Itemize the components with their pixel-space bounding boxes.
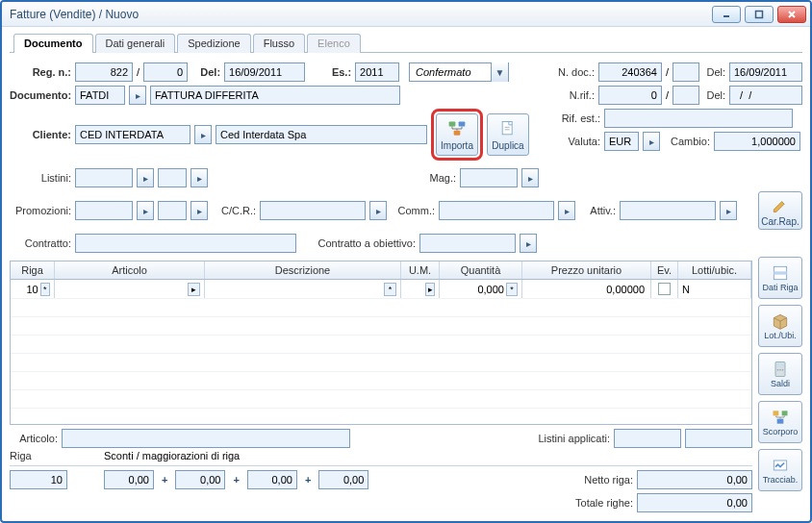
documento-lookup-button[interactable]: ▸ bbox=[129, 86, 146, 105]
cliente-lookup-button[interactable]: ▸ bbox=[194, 125, 212, 144]
svg-rect-13 bbox=[777, 363, 784, 366]
promozioni-field[interactable] bbox=[75, 201, 133, 220]
table-row[interactable]: * ▸ * ▸ * N bbox=[11, 280, 751, 299]
descrizione-lookup-icon[interactable]: * bbox=[384, 283, 396, 296]
n-doc2-field[interactable] bbox=[672, 62, 699, 82]
contratto-obj-lookup-button[interactable]: ▸ bbox=[520, 234, 537, 253]
importa-button[interactable]: Importa bbox=[436, 113, 478, 156]
col-prezzo[interactable]: Prezzo unitario bbox=[522, 262, 651, 279]
col-quantita[interactable]: Quantità bbox=[440, 262, 522, 279]
svg-point-14 bbox=[777, 369, 779, 371]
minimize-button[interactable] bbox=[712, 6, 741, 23]
riga-lookup-icon[interactable]: * bbox=[40, 283, 50, 296]
um-lookup-icon[interactable]: ▸ bbox=[425, 283, 435, 296]
listini-app-1[interactable] bbox=[614, 429, 681, 448]
col-articolo[interactable]: Articolo bbox=[55, 262, 205, 279]
chevron-down-icon: ▼ bbox=[491, 62, 508, 82]
trace-icon bbox=[770, 456, 791, 475]
col-riga[interactable]: Riga bbox=[11, 262, 55, 279]
quantita-lookup-icon[interactable]: * bbox=[506, 283, 518, 296]
tab-dati-generali[interactable]: Dati generali bbox=[95, 34, 176, 53]
ccr-lookup-button[interactable]: ▸ bbox=[369, 201, 387, 220]
del2-field[interactable] bbox=[729, 62, 802, 82]
contratto-field[interactable] bbox=[75, 234, 296, 253]
col-um[interactable]: U.M. bbox=[401, 262, 440, 279]
duplica-button[interactable]: Duplica bbox=[487, 113, 529, 156]
label-listini: Listini: bbox=[10, 172, 71, 184]
sconto-4[interactable] bbox=[318, 470, 368, 489]
footer-riga-field[interactable] bbox=[10, 470, 67, 489]
label-totale-righe: Totale righe: bbox=[556, 497, 633, 509]
svg-rect-1 bbox=[756, 11, 763, 17]
listini-field[interactable] bbox=[75, 168, 133, 187]
cell-descrizione[interactable] bbox=[209, 284, 384, 295]
col-descrizione[interactable]: Descrizione bbox=[205, 262, 401, 279]
valuta-lookup-button[interactable]: ▸ bbox=[643, 132, 660, 151]
listini-extra-lookup-button[interactable]: ▸ bbox=[190, 168, 208, 187]
col-ev[interactable]: Ev. bbox=[651, 262, 678, 279]
cell-riga[interactable] bbox=[14, 284, 40, 295]
ccr-field[interactable] bbox=[260, 201, 366, 220]
stato-select[interactable]: Confermato ▼ bbox=[409, 62, 509, 82]
col-lotti[interactable]: Lotti/ubic. bbox=[678, 262, 751, 279]
n-rif2-field[interactable] bbox=[672, 86, 699, 105]
del3-field[interactable] bbox=[729, 86, 802, 105]
sconto-2[interactable] bbox=[175, 470, 225, 489]
label-promozioni: Promozioni: bbox=[10, 205, 71, 216]
label-footer-riga: Riga bbox=[10, 450, 38, 461]
label-rif-est: Rif. est.: bbox=[550, 112, 600, 124]
cell-prezzo[interactable] bbox=[526, 284, 647, 295]
tab-flusso[interactable]: Flusso bbox=[253, 34, 305, 53]
cell-articolo[interactable] bbox=[59, 284, 188, 295]
reg-n2-field[interactable] bbox=[143, 62, 188, 82]
tab-documento[interactable]: Documento bbox=[13, 34, 93, 53]
documento-code-field[interactable] bbox=[75, 86, 125, 105]
close-button[interactable] bbox=[777, 6, 806, 23]
contratto-obj-field[interactable] bbox=[419, 234, 516, 253]
n-doc-field[interactable] bbox=[598, 62, 662, 82]
attiv-field[interactable] bbox=[620, 201, 716, 220]
lot-ubi-button[interactable]: Lot./Ubi. bbox=[758, 305, 802, 347]
articolo-lookup-icon[interactable]: ▸ bbox=[188, 283, 200, 296]
documento-desc-field[interactable] bbox=[150, 86, 400, 105]
cliente-desc-field[interactable] bbox=[216, 125, 427, 144]
listini-lookup-button[interactable]: ▸ bbox=[137, 168, 154, 187]
mag-field[interactable] bbox=[460, 168, 518, 187]
comm-lookup-button[interactable]: ▸ bbox=[558, 201, 575, 220]
valuta-field[interactable] bbox=[604, 132, 639, 151]
cliente-code-field[interactable] bbox=[75, 125, 190, 144]
dati-riga-button[interactable]: Dati Riga bbox=[758, 257, 802, 299]
listini-extra-field[interactable] bbox=[158, 168, 187, 187]
mag-lookup-button[interactable]: ▸ bbox=[521, 168, 539, 187]
tab-spedizione[interactable]: Spedizione bbox=[177, 34, 250, 53]
promozioni-lookup-button[interactable]: ▸ bbox=[137, 201, 154, 220]
cell-um[interactable] bbox=[405, 284, 425, 295]
es-field[interactable] bbox=[355, 62, 399, 82]
del-field[interactable] bbox=[224, 62, 305, 82]
attiv-lookup-button[interactable]: ▸ bbox=[720, 201, 737, 220]
cell-ev-checkbox[interactable] bbox=[658, 283, 671, 295]
sconto-1[interactable] bbox=[104, 470, 154, 489]
tab-elenco[interactable]: Elenco bbox=[307, 34, 361, 53]
cambio-field[interactable] bbox=[714, 132, 800, 151]
articolo-footer-field[interactable] bbox=[62, 429, 350, 448]
totale-righe-field bbox=[637, 493, 752, 512]
listini-app-2[interactable] bbox=[685, 429, 752, 448]
maximize-button[interactable] bbox=[745, 6, 774, 23]
svg-rect-20 bbox=[774, 461, 786, 470]
car-rap-button[interactable]: Car.Rap. bbox=[758, 191, 802, 230]
cell-quantita[interactable] bbox=[444, 284, 506, 295]
reg-n-field[interactable] bbox=[75, 62, 133, 82]
svg-point-15 bbox=[779, 369, 781, 371]
promozioni-extra-lookup-button[interactable]: ▸ bbox=[190, 201, 208, 220]
promozioni-extra-field[interactable] bbox=[158, 201, 187, 220]
label-contratto: Contratto: bbox=[10, 237, 71, 249]
n-rif-field[interactable] bbox=[598, 86, 662, 105]
rif-est-field[interactable] bbox=[604, 109, 793, 128]
cell-lotti[interactable]: N bbox=[682, 284, 690, 295]
saldi-button[interactable]: Saldi bbox=[758, 353, 802, 395]
scorporo-button[interactable]: Scorporo bbox=[758, 401, 802, 443]
comm-field[interactable] bbox=[439, 201, 554, 220]
sconto-3[interactable] bbox=[247, 470, 297, 489]
tracciab-button[interactable]: Tracciab. bbox=[758, 449, 802, 491]
